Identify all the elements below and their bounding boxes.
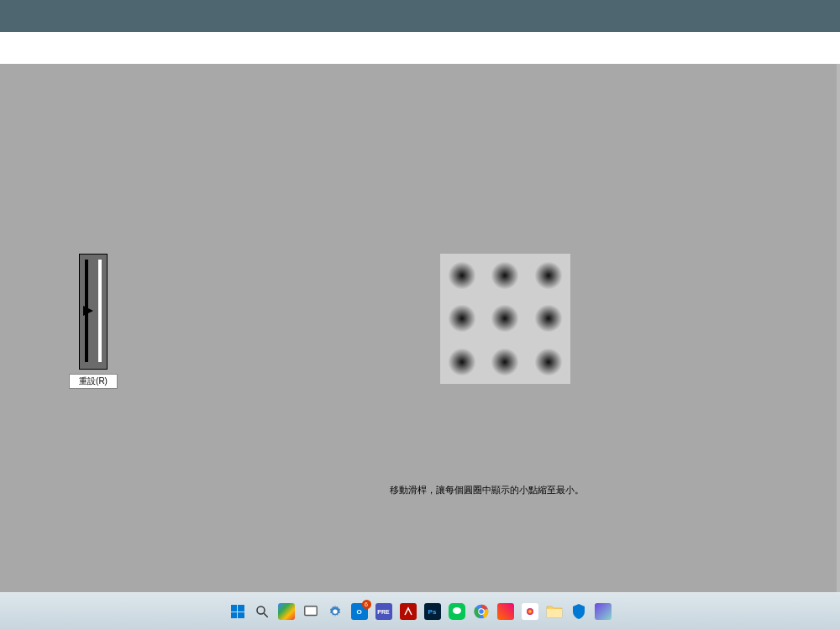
shield-icon: [571, 603, 586, 620]
calibration-dot: [527, 340, 570, 384]
settings-button[interactable]: [325, 601, 345, 622]
taskbar-icon-row: O 6 PRE Ps: [228, 601, 613, 622]
teams-icon: PRE: [375, 603, 392, 620]
calibration-dot: [527, 297, 570, 341]
svg-point-6: [453, 607, 461, 614]
calibration-preview-grid: [440, 254, 570, 384]
display-app-icon: [595, 603, 612, 620]
svg-rect-12: [547, 609, 562, 617]
photoshop-icon: Ps: [424, 603, 441, 620]
svg-marker-0: [83, 306, 93, 316]
adobe-icon: [400, 603, 417, 620]
davinci-icon: [522, 603, 538, 620]
gamma-slider[interactable]: [79, 254, 108, 370]
svg-point-11: [479, 609, 484, 614]
widgets-button[interactable]: [276, 601, 297, 622]
calibration-dot: [484, 297, 528, 341]
calibration-dot: [440, 297, 484, 341]
notification-badge: 6: [362, 600, 371, 609]
calibration-canvas: 重設(R) 移動滑桿，讓每個圓圈中顯示的小點縮至最小。: [0, 64, 840, 592]
svg-rect-3: [304, 606, 316, 616]
line-button[interactable]: [447, 601, 467, 622]
calibration-dot: [440, 254, 484, 297]
slider-track-right: [98, 260, 102, 362]
security-button[interactable]: [569, 601, 589, 622]
display-app-button[interactable]: [593, 601, 613, 622]
outlook-button[interactable]: O 6: [349, 601, 370, 622]
search-icon: [255, 604, 270, 619]
chrome-icon: [473, 603, 490, 620]
photoshop-button[interactable]: Ps: [423, 601, 443, 622]
task-view-icon: [303, 604, 318, 619]
windows-logo-icon: [231, 605, 244, 618]
calibration-dot: [484, 340, 528, 384]
file-explorer-button[interactable]: [544, 601, 564, 622]
windows-taskbar: O 6 PRE Ps: [0, 592, 840, 630]
paint3d-button[interactable]: [496, 601, 516, 622]
svg-point-1: [257, 606, 265, 614]
folder-icon: [546, 604, 563, 619]
adobe-reader-button[interactable]: [398, 601, 418, 622]
teams-button[interactable]: PRE: [374, 601, 394, 622]
toolbar-blank: [0, 32, 840, 64]
search-button[interactable]: [252, 601, 272, 622]
paint3d-icon: [497, 603, 514, 620]
line-icon: [449, 603, 465, 620]
vertical-scrollbar[interactable]: [837, 64, 840, 592]
reset-button[interactable]: 重設(R): [69, 374, 118, 389]
calibration-dot: [484, 254, 528, 297]
slider-thumb[interactable]: [82, 305, 94, 317]
davinci-button[interactable]: [520, 601, 540, 622]
svg-point-5: [333, 609, 337, 613]
calibration-dot: [527, 254, 570, 297]
window-titlebar: [0, 0, 840, 32]
svg-line-2: [264, 613, 268, 617]
task-view-button[interactable]: [301, 601, 321, 622]
widgets-icon: [278, 603, 295, 620]
calibration-dot: [440, 340, 484, 384]
instruction-text: 移動滑桿，讓每個圓圈中顯示的小點縮至最小。: [390, 484, 584, 496]
chrome-button[interactable]: [471, 601, 491, 622]
gear-icon: [328, 604, 343, 619]
start-button[interactable]: [228, 601, 248, 622]
